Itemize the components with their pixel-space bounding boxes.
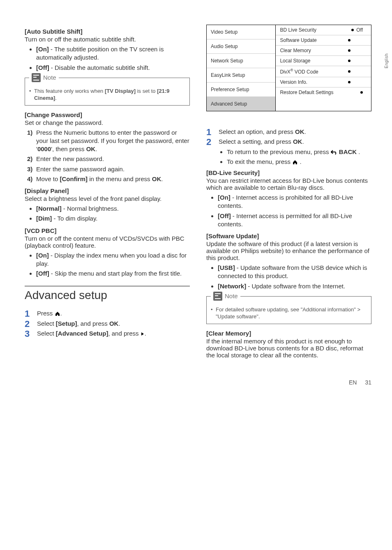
- menu-local-storage[interactable]: Local Storage: [276, 56, 371, 66]
- adv-step-1: Press .: [25, 309, 190, 318]
- advanced-setup-heading: Advanced setup: [25, 289, 190, 302]
- menu-divx-vod[interactable]: DivX® VOD Code: [276, 66, 371, 77]
- note-label-text: Note: [43, 74, 56, 81]
- note-box-1: Note This feature only works when [TV Di…: [25, 78, 190, 106]
- pw-step-3: Enter the same password again.: [27, 165, 190, 173]
- back-icon: [331, 150, 337, 155]
- bd-live-on: [On] - Internet access is prohibited for…: [218, 193, 371, 210]
- menu-software-update[interactable]: Software Update: [276, 35, 371, 46]
- section-divider: [25, 286, 190, 286]
- note-1-content: This feature only works when [TV Display…: [29, 88, 185, 102]
- vcd-title: [VCD PBC]: [25, 227, 190, 234]
- software-network: [Network] - Update software from the Int…: [218, 282, 371, 290]
- menu-bd-live-security[interactable]: BD Live Security Off: [276, 25, 371, 35]
- home-icon: [55, 311, 60, 317]
- note-2-content: For detailed software updating, see "Add…: [211, 306, 367, 320]
- menu-version-info[interactable]: Version Info.: [276, 77, 371, 87]
- menu-restore-defaults[interactable]: Restore Default Settings: [276, 87, 371, 97]
- note-box-2: Note For detailed software updating, see…: [206, 296, 371, 324]
- auto-subtitle-title: [Auto Subtitle Shift]: [25, 28, 190, 35]
- software-update-desc: Update the software of this product (if …: [206, 240, 371, 261]
- footer-page-number: 31: [365, 379, 371, 386]
- menu-preference-setup[interactable]: Preference Setup: [207, 83, 275, 97]
- vcd-off: [Off] - Skip the menu and start play fro…: [36, 269, 190, 278]
- menu-advanced-setup[interactable]: Advanced Setup: [207, 97, 275, 111]
- adv-step-5-back: To return to the previous menu, press BA…: [227, 148, 371, 156]
- software-update-title: [Software Update]: [206, 232, 371, 239]
- change-password-desc: Set or change the password.: [25, 119, 190, 126]
- menu-audio-setup[interactable]: Audio Setup: [207, 39, 275, 54]
- menu-clear-memory[interactable]: Clear Memory: [276, 46, 371, 56]
- vcd-desc: Turn on or off the content menu of VCDs/…: [25, 235, 190, 249]
- note-label-text: Note: [225, 292, 238, 299]
- language-tab: English: [384, 53, 389, 68]
- menu-network-setup[interactable]: Network Setup: [207, 54, 275, 68]
- software-usb: [USB] - Update software from the USB dev…: [218, 264, 371, 281]
- home-icon: [292, 159, 298, 165]
- display-normal: [Normal] - Normal brightness.: [36, 205, 190, 213]
- adv-step-5: Select a setting, and press OK. To retur…: [206, 138, 371, 166]
- adv-step-3: Select [Advanced Setup], and press .: [25, 329, 190, 338]
- display-panel-desc: Select a brightness level of the front p…: [25, 195, 190, 202]
- clear-memory-title: [Clear Memory]: [206, 330, 371, 337]
- clear-memory-desc: If the internal memory of this product i…: [206, 338, 371, 359]
- footer-lang: EN: [349, 379, 357, 386]
- bd-live-off: [Off] - Internet access is permitted for…: [218, 212, 371, 229]
- auto-subtitle-on: [On] - The subtitle position on the TV s…: [36, 45, 190, 62]
- pw-step-4: Move to [Confirm] in the menu and press …: [27, 175, 190, 183]
- right-column: Video Setup Audio Setup Network Setup Ea…: [206, 25, 371, 361]
- display-dim: [Dim] - To dim display.: [36, 214, 190, 223]
- adv-step-4: Select an option, and press OK.: [206, 128, 371, 136]
- auto-subtitle-desc: Turn on or off the automatic subtitle sh…: [25, 36, 190, 43]
- note-icon: [213, 292, 222, 301]
- page-footer: EN 31: [0, 377, 392, 398]
- adv-step-2: Select [Setup], and press OK.: [25, 320, 190, 328]
- adv-step-5-exit: To exit the menu, press .: [227, 158, 371, 166]
- left-column: [Auto Subtitle Shift] Turn on or off the…: [25, 25, 190, 361]
- menu-easylink-setup[interactable]: EasyLink Setup: [207, 68, 275, 83]
- note-icon: [32, 73, 41, 82]
- bd-live-title: [BD-Live Security]: [206, 169, 371, 176]
- auto-subtitle-off: [Off] - Disable the automatic subtitle s…: [36, 64, 190, 72]
- vcd-on: [On] - Display the index menu when you l…: [36, 251, 190, 268]
- change-password-title: [Change Password]: [25, 111, 190, 118]
- display-panel-title: [Display Panel]: [25, 187, 190, 194]
- menu-video-setup[interactable]: Video Setup: [207, 25, 275, 39]
- play-right-icon: [141, 332, 145, 336]
- advanced-setup-menu: Video Setup Audio Setup Network Setup Ea…: [206, 25, 371, 111]
- pw-step-1: Press the Numeric buttons to enter the p…: [27, 129, 190, 154]
- bd-live-desc: You can restrict internet access for BD-…: [206, 177, 371, 191]
- pw-step-2: Enter the new password.: [27, 155, 190, 163]
